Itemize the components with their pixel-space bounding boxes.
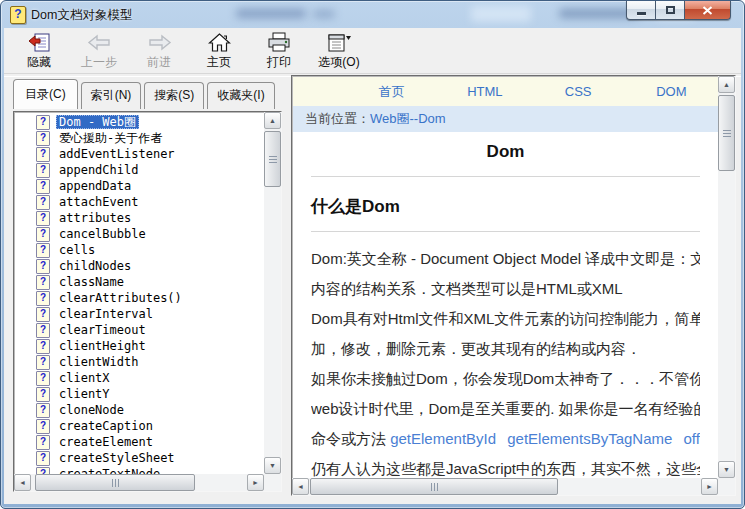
- tree-vscroll-thumb[interactable]: [264, 131, 281, 187]
- options-button[interactable]: 选项(O): [316, 31, 362, 71]
- tree-item[interactable]: ? createStyleSheet: [16, 450, 264, 466]
- thumb-grip: [112, 479, 119, 487]
- tree-item-label: clientY: [56, 387, 113, 401]
- tree-item-label: createElement: [56, 435, 156, 449]
- maximize-icon: [666, 6, 675, 14]
- tab-contents[interactable]: 目录(C): [13, 79, 78, 109]
- method-link-getelementbyid[interactable]: getElementById: [390, 430, 496, 447]
- scroll-right-button[interactable]: ►: [247, 474, 264, 491]
- tab-index[interactable]: 索引(N): [81, 82, 142, 109]
- tree-vertical-scrollbar[interactable]: ▲ ▼: [264, 112, 281, 474]
- nav-link[interactable]: 首页: [345, 83, 438, 101]
- close-button[interactable]: [685, 1, 731, 20]
- scroll-down-button[interactable]: ▼: [718, 461, 735, 478]
- pane-tabs: 目录(C) 索引(N) 搜索(S) 收藏夹(I): [13, 81, 278, 109]
- print-button[interactable]: 打印: [256, 31, 302, 71]
- body-text-line: 加，修改，删除元素．更改其现有的结构或内容．: [311, 334, 700, 364]
- nav-link[interactable]: HTML: [438, 84, 531, 99]
- tree-item-label: Dom - Web圈: [56, 115, 139, 129]
- tree-item[interactable]: ? clientX: [16, 370, 264, 386]
- tree-item[interactable]: ? childNodes: [16, 258, 264, 274]
- tree-item[interactable]: ? addEventListener: [16, 146, 264, 162]
- tree-item[interactable]: ? clientHeight: [16, 338, 264, 354]
- close-icon: [702, 6, 713, 15]
- help-viewer-window: ? Dom文档对象模型 隐藏 上一步: [0, 0, 745, 509]
- tree-item-label: createTextNode: [56, 467, 163, 474]
- tree-item-label: clearTimeout: [56, 323, 149, 337]
- topic-pane: 首页 HTML CSS DOM 当前位置：Web圈--Dom Dom 什么是Do…: [291, 75, 736, 496]
- home-button-label: 主页: [207, 54, 231, 71]
- tree-item-label: appendData: [56, 179, 134, 193]
- topic-hscroll-thumb[interactable]: [310, 478, 558, 495]
- minimize-button[interactable]: [626, 1, 656, 20]
- help-topic-icon: ?: [36, 163, 50, 178]
- tree-item[interactable]: ? attachEvent: [16, 194, 264, 210]
- toolbar: 隐藏 上一步 前进 主页: [4, 28, 741, 73]
- forward-button[interactable]: 前进: [136, 31, 182, 71]
- tree-item[interactable]: ? 爱心援助-关于作者: [16, 130, 264, 146]
- tree-item[interactable]: ? cloneNode: [16, 402, 264, 418]
- help-topic-icon: ?: [36, 403, 50, 418]
- tree-item[interactable]: ? createTextNode: [16, 466, 264, 474]
- tab-search[interactable]: 搜索(S): [144, 82, 204, 109]
- tree-item[interactable]: ? clientY: [16, 386, 264, 402]
- topic-page: Dom 什么是Dom Dom:英文全称 - Document Object Mo…: [293, 132, 718, 478]
- tree-item-label: clearInterval: [56, 307, 156, 321]
- tree-item[interactable]: ? className: [16, 274, 264, 290]
- scroll-left-button[interactable]: ◄: [292, 478, 309, 495]
- tree-horizontal-scrollbar[interactable]: ◄ ►: [14, 474, 264, 491]
- breadcrumb-location-link[interactable]: Web圈--Dom: [370, 111, 446, 126]
- help-topic-icon: ?: [36, 179, 50, 194]
- tree-item[interactable]: ? appendChild: [16, 162, 264, 178]
- body-text-line: Dom具有对Html文件和XML文件元素的访问控制能力，简单点说: [311, 304, 700, 334]
- thumb-grip: [431, 483, 438, 491]
- tab-favorites[interactable]: 收藏夹(I): [207, 82, 274, 109]
- tree-item[interactable]: ? cells: [16, 242, 264, 258]
- tree-item[interactable]: ? clearInterval: [16, 306, 264, 322]
- titlebar-glass-smudge: [236, 9, 306, 18]
- help-topic-icon: ?: [36, 387, 50, 402]
- tree-item[interactable]: ? cancelBubble: [16, 226, 264, 242]
- scroll-up-button[interactable]: ▲: [264, 112, 281, 129]
- hide-button[interactable]: 隐藏: [16, 31, 62, 71]
- tree-item-label: cancelBubble: [56, 227, 149, 241]
- help-topic-icon: ?: [36, 291, 50, 306]
- help-topic-icon: ?: [36, 355, 50, 370]
- tree-hscroll-thumb[interactable]: [35, 474, 195, 491]
- topic-vscroll-thumb[interactable]: [718, 95, 735, 171]
- scroll-left-button[interactable]: ◄: [14, 474, 31, 491]
- tree-item[interactable]: ? appendData: [16, 178, 264, 194]
- back-button[interactable]: 上一步: [76, 31, 122, 71]
- tree-item[interactable]: ? attributes: [16, 210, 264, 226]
- topic-vertical-scrollbar[interactable]: ▲ ▼: [718, 76, 735, 478]
- help-topic-icon: ?: [36, 259, 50, 274]
- scroll-up-button[interactable]: ▲: [718, 76, 735, 93]
- nav-link[interactable]: CSS: [532, 84, 625, 99]
- titlebar[interactable]: ? Dom文档对象模型: [1, 1, 744, 28]
- help-topic-icon: ?: [36, 307, 50, 322]
- tree-item-label: createCaption: [56, 419, 156, 433]
- tree-item[interactable]: ? clearAttributes(): [16, 290, 264, 306]
- tree-item[interactable]: ? clearTimeout: [16, 322, 264, 338]
- method-link-offsetparent[interactable]: offsetParent: [684, 430, 700, 447]
- tree-item[interactable]: ? clientWidth: [16, 354, 264, 370]
- divider: [311, 231, 700, 232]
- scroll-down-button[interactable]: ▼: [264, 457, 281, 474]
- topic-viewport: 首页 HTML CSS DOM 当前位置：Web圈--Dom Dom 什么是Do…: [293, 77, 718, 478]
- options-button-label: 选项(O): [318, 54, 359, 71]
- minimize-icon: [637, 12, 646, 15]
- topic-horizontal-scrollbar[interactable]: ◄ ►: [292, 478, 718, 495]
- maximize-button[interactable]: [656, 1, 685, 20]
- body-text-line: web设计时代里，Dom是至关重要的. 如果你是一名有经验的we: [311, 394, 700, 424]
- tree-item[interactable]: ? createElement: [16, 434, 264, 450]
- help-topic-icon: ?: [36, 323, 50, 338]
- method-link-getelementsbytagname[interactable]: getElementsByTagName: [507, 430, 672, 447]
- home-button[interactable]: 主页: [196, 31, 242, 71]
- help-topic-icon: ?: [36, 147, 50, 162]
- tree-item[interactable]: ? createCaption: [16, 418, 264, 434]
- nav-link[interactable]: DOM: [625, 84, 718, 99]
- thumb-grip: [723, 130, 731, 137]
- body-text-line: 如果你未接触过Dom，你会发现Dom太神奇了．．．不管你是: [311, 364, 700, 394]
- tree-item[interactable]: ? Dom - Web圈: [16, 114, 264, 130]
- scroll-right-button[interactable]: ►: [701, 478, 718, 495]
